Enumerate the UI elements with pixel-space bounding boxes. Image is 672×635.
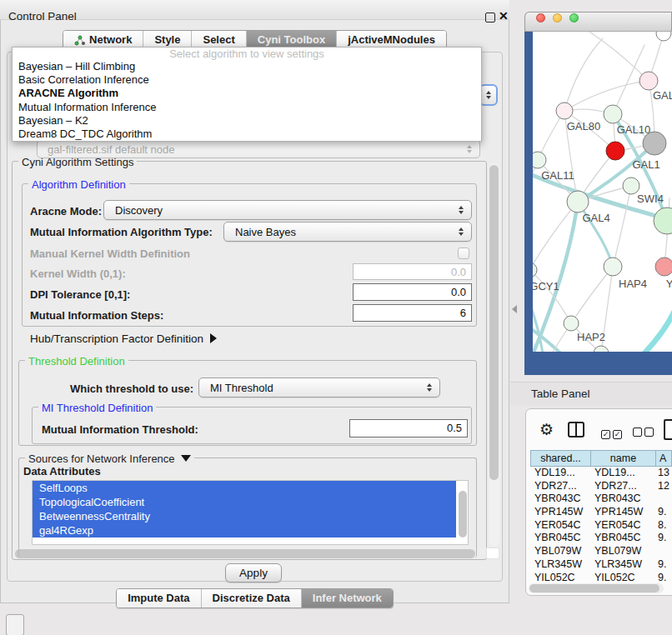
table-row[interactable]: YDL19...YDL19...13 — [530, 467, 672, 480]
table-cell[interactable]: YBR045C — [530, 532, 590, 545]
close-icon[interactable]: ✕ — [499, 9, 509, 22]
table-cell[interactable] — [655, 545, 672, 558]
table-header-cell[interactable]: shared... — [531, 451, 591, 466]
table-cell[interactable]: YDR27... — [590, 480, 655, 493]
attribute-list-item[interactable]: TopologicalCoefficient — [33, 495, 456, 509]
table-cell[interactable]: 9. — [655, 532, 672, 545]
split-pane-collapse-icon[interactable] — [512, 305, 517, 313]
network-node-hap2[interactable] — [564, 316, 579, 331]
table-cell[interactable]: YER054C — [590, 519, 655, 532]
table-cell[interactable]: YBR043C — [530, 492, 590, 506]
network-node-hap4[interactable] — [604, 258, 622, 276]
settings-vscrollbar-track[interactable] — [489, 163, 499, 547]
attribute-list-item[interactable]: BetweennessCentrality — [33, 509, 456, 523]
table-cell[interactable]: YIL052C — [530, 572, 590, 584]
table-row[interactable]: YDR27...YDR27...12 — [530, 480, 672, 493]
network-node-gal[interactable] — [639, 72, 658, 90]
algorithm-option[interactable]: Basic Correlation Inference — [13, 73, 481, 87]
export-table-icon[interactable] — [664, 419, 672, 440]
table-cell[interactable]: YLR345W — [530, 558, 590, 572]
network-edge[interactable] — [613, 186, 631, 267]
table-cell[interactable]: YDL19... — [530, 467, 590, 480]
table-cell[interactable]: 9. — [655, 558, 672, 572]
table-cell[interactable]: YBR045C — [590, 532, 655, 545]
network-edge[interactable] — [564, 81, 649, 111]
mac-minimize-button[interactable] — [553, 13, 562, 22]
float-window-icon[interactable] — [485, 12, 495, 22]
table-hscrollbar-track[interactable] — [529, 583, 664, 593]
table-header-cell[interactable]: name — [591, 451, 656, 466]
table-cell[interactable]: YIL052C — [590, 572, 655, 584]
table-cell[interactable]: 9. — [655, 506, 672, 519]
table-row[interactable]: YBR045CYBR045C9. — [530, 532, 672, 545]
network-node-gal11[interactable] — [533, 152, 546, 168]
mi-type-combobox[interactable]: Naive Bayes — [223, 222, 472, 242]
minimized-widget[interactable] — [6, 614, 24, 635]
algorithm-option[interactable]: Bayesian – Hill Climbing — [13, 60, 481, 73]
select-all-columns-icon[interactable]: ✓✓ — [601, 425, 622, 440]
algorithm-option[interactable]: Bayesian – K2 — [13, 114, 481, 128]
table-cell[interactable] — [655, 492, 672, 506]
table-cell[interactable]: YBL079W — [530, 545, 590, 558]
network-selector-combobox[interactable]: gal-filtered.sif default node — [37, 140, 480, 158]
attribute-list-item[interactable]: gal4RGexp — [33, 523, 456, 538]
table-row[interactable]: YIL052CYIL052C9. — [530, 572, 672, 584]
network-node[interactable] — [594, 346, 609, 352]
aracne-mode-combobox[interactable]: Discovery — [103, 200, 472, 220]
kernel-width-field[interactable]: 0.0 — [353, 263, 472, 280]
manual-kernel-checkbox[interactable] — [458, 248, 469, 259]
network-canvas[interactable]: GALGAL80GAL10GAL1GAL11SWI4GAL4HAP4YGCY1H… — [533, 32, 672, 352]
algorithm-option[interactable]: Dream8 DC_TDC Algorithm — [13, 128, 481, 141]
table-header-cell[interactable]: A — [656, 451, 671, 466]
attribute-list-vscrollbar-thumb[interactable] — [459, 491, 467, 538]
network-node-swi4[interactable] — [654, 208, 672, 234]
table-cell[interactable]: 8. — [655, 519, 672, 532]
algorithm-combobox-fragment[interactable] — [479, 84, 498, 106]
which-threshold-combobox[interactable]: MI Threshold — [198, 378, 440, 398]
table-cell[interactable]: YPR145W — [530, 506, 590, 519]
algorithm-option[interactable]: Mutual Information Inference — [13, 101, 481, 114]
network-node[interactable] — [623, 178, 639, 194]
table-row[interactable]: YLR345WYLR345W9. — [530, 558, 672, 572]
tab-infer-network[interactable]: Infer Network — [301, 589, 393, 608]
hub-definition-expander[interactable]: Hub/Transcription Factor Definition — [30, 332, 217, 345]
tab-discretize-data[interactable]: Discretize Data — [201, 589, 301, 608]
apply-button[interactable]: Apply — [225, 563, 282, 582]
mac-zoom-button[interactable] — [569, 13, 579, 22]
dpi-tolerance-field[interactable]: 0.0 — [353, 283, 472, 301]
network-edge[interactable] — [638, 312, 672, 352]
attribute-list-item[interactable]: SelfLoops — [33, 481, 456, 495]
table-cell[interactable]: 9. — [655, 572, 672, 584]
table-cell[interactable]: YBR043C — [590, 492, 655, 506]
gear-icon[interactable]: ⚙ — [539, 422, 554, 438]
sources-expander[interactable]: Sources for Network Inference — [25, 452, 194, 465]
table-cell[interactable]: YER054C — [530, 519, 590, 532]
network-node-gal80[interactable] — [556, 102, 573, 119]
network-node[interactable] — [656, 32, 671, 41]
network-node-gal4[interactable] — [567, 191, 589, 212]
table-cell[interactable]: 13 — [655, 467, 672, 480]
algorithm-option[interactable]: ARACNE Algorithm — [13, 87, 481, 100]
table-row[interactable]: YPR145WYPR145W9. — [530, 506, 672, 519]
network-node-gcy1[interactable] — [533, 262, 537, 278]
mi-threshold-field[interactable]: 0.5 — [349, 419, 468, 438]
network-node-gal10[interactable] — [604, 105, 622, 123]
table-row[interactable]: YBR043CYBR043C — [530, 492, 672, 506]
table-cell[interactable]: 12 — [655, 480, 672, 493]
network-edge[interactable] — [533, 270, 571, 323]
table-cell[interactable]: YBL079W — [590, 545, 655, 558]
settings-vscrollbar-thumb[interactable] — [489, 165, 499, 480]
table-cell[interactable]: YDR27... — [530, 480, 590, 493]
network-node-y[interactable] — [655, 258, 672, 276]
columns-icon[interactable] — [568, 422, 584, 438]
table-cell[interactable]: YLR345W — [590, 558, 655, 572]
mi-steps-field[interactable]: 6 — [353, 304, 472, 322]
tab-impute-data[interactable]: Impute Data — [117, 589, 200, 608]
table-hscrollbar-thumb[interactable] — [529, 584, 659, 592]
table-cell[interactable]: YDL19... — [590, 467, 655, 480]
table-row[interactable]: YBL079WYBL079W — [530, 545, 672, 558]
network-window-titlebar[interactable] — [524, 12, 672, 32]
table-row[interactable]: YER054CYER054C8. — [530, 519, 672, 532]
deselect-all-columns-icon[interactable] — [633, 425, 654, 440]
table-cell[interactable]: YPR145W — [590, 506, 655, 519]
